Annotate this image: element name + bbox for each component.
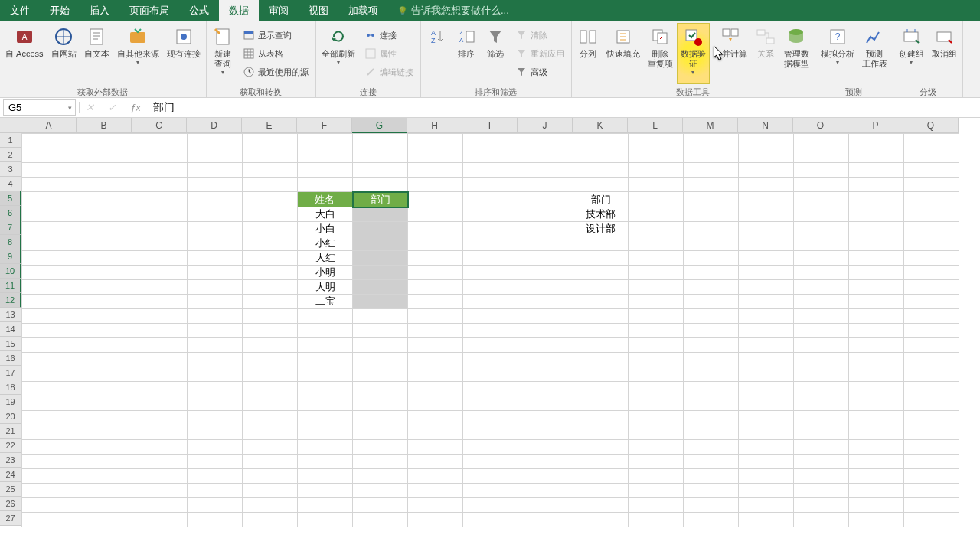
cell-D2[interactable]: [188, 148, 243, 163]
column-header-P[interactable]: P: [848, 118, 903, 133]
cell-M16[interactable]: [684, 353, 739, 367]
cell-F5[interactable]: 姓名: [298, 192, 353, 207]
cell-A19[interactable]: [22, 396, 77, 411]
column-header-M[interactable]: M: [683, 118, 738, 133]
cell-L5[interactable]: [629, 192, 684, 207]
cell-M25[interactable]: [684, 484, 739, 498]
cell-B13[interactable]: [77, 309, 132, 324]
cell-Q2[interactable]: [904, 148, 959, 163]
row-header-17[interactable]: 17: [0, 366, 21, 380]
cell-P27[interactable]: [849, 513, 904, 527]
cell-D24[interactable]: [188, 469, 243, 484]
cell-P25[interactable]: [849, 484, 904, 498]
column-header-I[interactable]: I: [462, 118, 518, 133]
cell-P15[interactable]: [849, 338, 904, 353]
cell-D18[interactable]: [188, 382, 243, 396]
cell-P20[interactable]: [849, 411, 904, 425]
tab-view[interactable]: 视图: [299, 0, 338, 21]
cell-M3[interactable]: [684, 163, 739, 178]
cell-D4[interactable]: [188, 178, 243, 192]
cell-L12[interactable]: [629, 295, 684, 309]
filter-button[interactable]: 筛选: [481, 23, 510, 84]
cell-E26[interactable]: [243, 498, 298, 513]
cell-O1[interactable]: [794, 134, 849, 148]
cell-J2[interactable]: [518, 148, 573, 163]
cell-B9[interactable]: [77, 251, 132, 266]
row-header-7[interactable]: 7: [0, 220, 21, 235]
cell-E13[interactable]: [243, 309, 298, 324]
cell-E20[interactable]: [243, 411, 298, 425]
recent-sources-button[interactable]: 最近使用的源: [239, 63, 312, 81]
cell-A23[interactable]: [22, 455, 77, 469]
cell-B22[interactable]: [77, 440, 132, 455]
cell-D19[interactable]: [188, 396, 243, 411]
cell-Q13[interactable]: [904, 309, 959, 324]
cell-J8[interactable]: [518, 236, 573, 251]
cell-I10[interactable]: [463, 266, 518, 280]
cell-A3[interactable]: [22, 163, 77, 178]
cell-G13[interactable]: [353, 309, 408, 324]
cell-D10[interactable]: [188, 266, 243, 280]
column-header-B[interactable]: B: [77, 118, 132, 133]
row-header-14[interactable]: 14: [0, 322, 21, 337]
cell-O7[interactable]: [794, 222, 849, 236]
tab-data[interactable]: 数据: [219, 0, 259, 21]
fx-button[interactable]: ƒx: [127, 102, 144, 113]
cell-D3[interactable]: [188, 163, 243, 178]
cell-M7[interactable]: [684, 222, 739, 236]
cell-L14[interactable]: [629, 324, 684, 338]
cell-N24[interactable]: [739, 469, 794, 484]
advanced-filter-button[interactable]: 高级: [511, 63, 568, 81]
cell-M27[interactable]: [684, 513, 739, 527]
row-header-3[interactable]: 3: [0, 162, 21, 177]
cell-Q26[interactable]: [904, 498, 959, 513]
cell-N8[interactable]: [739, 236, 794, 251]
cell-N22[interactable]: [739, 440, 794, 455]
cell-B3[interactable]: [77, 163, 132, 178]
cell-G24[interactable]: [353, 469, 408, 484]
cell-L25[interactable]: [629, 484, 684, 498]
cell-K22[interactable]: [573, 440, 629, 455]
cell-J24[interactable]: [518, 469, 573, 484]
cell-O26[interactable]: [794, 498, 849, 513]
cell-N9[interactable]: [739, 251, 794, 266]
cell-F20[interactable]: [298, 411, 353, 425]
cell-P19[interactable]: [849, 396, 904, 411]
cell-J21[interactable]: [518, 425, 573, 440]
column-header-O[interactable]: O: [793, 118, 848, 133]
cell-H27[interactable]: [408, 513, 463, 527]
cell-O21[interactable]: [794, 425, 849, 440]
cell-D1[interactable]: [188, 134, 243, 148]
cell-I3[interactable]: [463, 163, 518, 178]
cell-G27[interactable]: [353, 513, 408, 527]
cell-O16[interactable]: [794, 353, 849, 367]
cell-F19[interactable]: [298, 396, 353, 411]
cell-K21[interactable]: [573, 425, 629, 440]
cell-P13[interactable]: [849, 309, 904, 324]
cell-M11[interactable]: [684, 280, 739, 295]
cell-J20[interactable]: [518, 411, 573, 425]
cell-A15[interactable]: [22, 338, 77, 353]
cell-B14[interactable]: [77, 324, 132, 338]
cell-J13[interactable]: [518, 309, 573, 324]
from-text-button[interactable]: 自文本: [80, 23, 113, 84]
cell-O24[interactable]: [794, 469, 849, 484]
cell-C11[interactable]: [132, 280, 188, 295]
cell-E23[interactable]: [243, 455, 298, 469]
tab-file[interactable]: 文件: [0, 0, 40, 21]
cell-C21[interactable]: [132, 425, 188, 440]
cell-H8[interactable]: [408, 236, 463, 251]
cell-L26[interactable]: [629, 498, 684, 513]
column-header-C[interactable]: C: [132, 118, 187, 133]
cell-I5[interactable]: [463, 192, 518, 207]
cell-O20[interactable]: [794, 411, 849, 425]
from-access-button[interactable]: A自 Access: [2, 23, 47, 84]
cell-A22[interactable]: [22, 440, 77, 455]
cell-P5[interactable]: [849, 192, 904, 207]
cell-J7[interactable]: [518, 222, 573, 236]
cell-Q15[interactable]: [904, 338, 959, 353]
cell-F25[interactable]: [298, 484, 353, 498]
name-box[interactable]: G5: [3, 99, 76, 116]
tell-me[interactable]: 告诉我您想要做什么...: [388, 0, 509, 21]
select-all-triangle[interactable]: [0, 118, 21, 133]
